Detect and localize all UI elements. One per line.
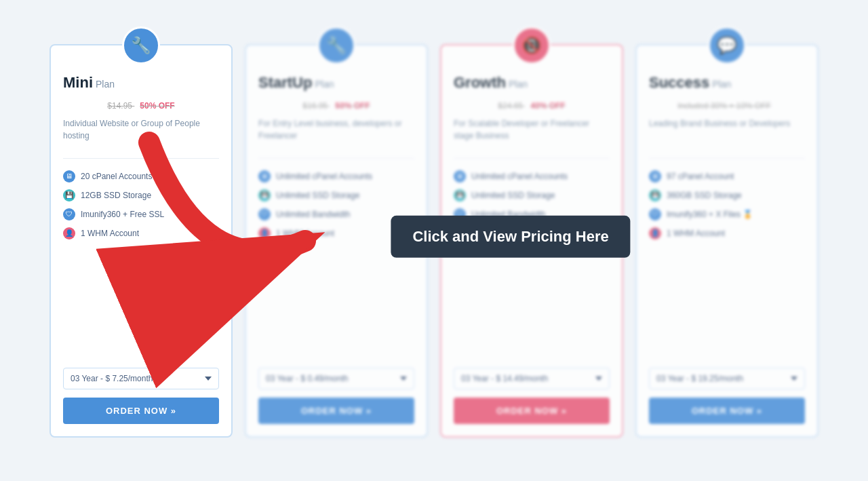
list-item: 👤1 WHM Account	[454, 224, 610, 243]
feature-icon-user: 👤	[649, 227, 661, 239]
list-item: 💾360GB SSD Storage	[649, 186, 805, 205]
feature-text: 1 WHM Account	[81, 229, 139, 238]
list-item: 🖥97 cPanel Account	[649, 167, 805, 186]
divider	[649, 158, 805, 159]
list-item: 🛡Imunify360 + Free SSL	[63, 205, 219, 224]
plan-discount-startup: 50% OFF	[335, 101, 370, 111]
feature-icon-shield: 🛡	[454, 208, 466, 220]
plan-card-mini: 🔧MiniPlan$14.95 50% OFFIndividual Websit…	[50, 44, 233, 438]
feature-icon-storage: 💾	[454, 189, 466, 201]
plan-select-startup[interactable]: 03 Year - $ 0.49/month	[258, 368, 414, 389]
plan-type-startup: Plan	[315, 79, 334, 90]
plan-description-mini: Individual Website or Group of People ho…	[63, 117, 219, 150]
feature-icon-server: 🖥	[258, 170, 271, 182]
plan-card-success: 💬SuccessPlanIncluded 30% + 10% OFF Leadi…	[635, 44, 818, 438]
plan-icon-growth: 📵	[513, 26, 551, 64]
list-item: 🖥Unlimited cPanel Accounts	[258, 167, 414, 186]
divider	[63, 158, 219, 159]
plan-type-mini: Plan	[96, 79, 115, 90]
list-item: 👤1 WHM Account	[649, 224, 805, 243]
feature-icon-server: 🖥	[63, 170, 75, 182]
plan-type-success: Plan	[712, 79, 731, 90]
plan-icon-startup: 🔧	[317, 26, 355, 64]
feature-text: 1 WHM Account	[667, 229, 725, 238]
list-item: 🛡Unlimited Bandwidth	[454, 205, 610, 224]
plan-description-startup: For Entry Level business, developers or …	[258, 117, 414, 150]
plan-select-mini[interactable]: 03 Year - $ 7.25/month	[63, 368, 219, 389]
plan-description-success: Leading Brand Business or Developers	[649, 117, 805, 150]
feature-text: Unlimited cPanel Accounts	[471, 172, 568, 181]
pricing-container: 🔧MiniPlan$14.95 50% OFFIndividual Websit…	[0, 17, 868, 465]
list-item: 💾12GB SSD Storage	[63, 186, 219, 205]
feature-icon-shield: 🛡	[63, 208, 75, 220]
feature-list-growth: 🖥Unlimited cPanel Accounts💾Unlimited SSD…	[454, 167, 610, 358]
plan-discount-mini: 50% OFF	[140, 101, 174, 111]
feature-text: Imunify360 + Free SSL	[81, 210, 164, 219]
plan-description-growth: For Scalable Developer or Freelancer sta…	[454, 117, 610, 150]
feature-text: 360GB SSD Storage	[667, 191, 742, 200]
feature-icon-user: 👤	[454, 227, 466, 239]
feature-text: Unlimited cPanel Accounts	[276, 172, 372, 181]
list-item: 🖥20 cPanel Accounts	[63, 167, 219, 186]
plan-title-success: SuccessPlan	[649, 74, 805, 92]
plan-pricing-startup: $16.95 50% OFF	[258, 101, 414, 111]
feature-text: Imunify360 + X Files 🏅	[667, 210, 753, 219]
plan-title-mini: MiniPlan	[63, 74, 219, 92]
divider	[454, 158, 610, 159]
feature-text: 1 WHM Account	[276, 229, 334, 238]
feature-icon-shield: 🛡	[258, 208, 271, 220]
feature-text: 1 WHM Account	[471, 229, 530, 238]
list-item: 🛡Imunify360 + X Files 🏅	[649, 205, 805, 224]
feature-icon-user: 👤	[258, 227, 271, 239]
feature-list-success: 🖥97 cPanel Account💾360GB SSD Storage🛡Imu…	[649, 167, 805, 358]
list-item: 💾Unlimited SSD Storage	[454, 186, 610, 205]
feature-list-mini: 🖥20 cPanel Accounts💾12GB SSD Storage🛡Imu…	[63, 167, 219, 358]
feature-icon-user: 👤	[63, 227, 75, 239]
list-item: 🖥Unlimited cPanel Accounts	[454, 167, 610, 186]
feature-icon-server: 🖥	[649, 170, 661, 182]
plan-card-startup: 🔧StartUpPlan$16.95 50% OFFFor Entry Leve…	[245, 44, 428, 438]
order-button-success[interactable]: ORDER NOW »	[649, 398, 805, 424]
feature-icon-server: 🖥	[454, 170, 466, 182]
order-button-growth[interactable]: ORDER NOW »	[454, 398, 610, 424]
order-button-startup[interactable]: ORDER NOW »	[258, 398, 414, 424]
feature-list-startup: 🖥Unlimited cPanel Accounts💾Unlimited SSD…	[258, 167, 414, 358]
plan-name-success: Success	[649, 74, 709, 92]
plan-pricing-success: Included 30% + 10% OFF	[649, 101, 805, 111]
plan-name-mini: Mini	[63, 74, 93, 92]
divider	[258, 158, 414, 159]
feature-icon-shield: 🛡	[649, 208, 661, 220]
plan-title-startup: StartUpPlan	[258, 74, 414, 92]
list-item: 👤1 WHM Account	[63, 224, 219, 243]
plan-pricing-growth: $24.65 40% OFF	[454, 101, 610, 111]
feature-text: Unlimited Bandwidth	[471, 210, 545, 219]
feature-icon-storage: 💾	[63, 189, 75, 201]
feature-text: Unlimited SSD Storage	[276, 191, 359, 200]
plan-select-growth[interactable]: 03 Year - $ 14.49/month	[454, 368, 610, 389]
plan-name-startup: StartUp	[258, 74, 312, 92]
list-item: 🛡Unlimited Bandwidth	[258, 205, 414, 224]
feature-text: 20 cPanel Accounts	[81, 172, 152, 181]
plan-select-success[interactable]: 03 Year - $ 19.25/month	[649, 368, 805, 389]
plan-card-growth: 📵GrowthPlan$24.65 40% OFFFor Scalable De…	[440, 44, 623, 438]
feature-text: 97 cPanel Account	[667, 172, 734, 181]
plan-discount-growth: 40% OFF	[530, 101, 565, 111]
plan-icon-mini: 🔧	[122, 26, 160, 64]
plan-pricing-mini: $14.95 50% OFF	[63, 101, 219, 111]
plan-icon-success: 💬	[708, 26, 746, 64]
list-item: 💾Unlimited SSD Storage	[258, 186, 414, 205]
plan-name-growth: Growth	[454, 74, 506, 92]
feature-text: Unlimited SSD Storage	[471, 191, 555, 200]
plan-title-growth: GrowthPlan	[454, 74, 610, 92]
list-item: 👤1 WHM Account	[258, 224, 414, 243]
feature-text: Unlimited Bandwidth	[276, 210, 350, 219]
order-button-mini[interactable]: ORDER NOW »	[63, 398, 219, 424]
feature-text: 12GB SSD Storage	[81, 191, 151, 200]
feature-icon-storage: 💾	[258, 189, 271, 201]
plan-type-growth: Plan	[509, 79, 528, 90]
feature-icon-storage: 💾	[649, 189, 661, 201]
